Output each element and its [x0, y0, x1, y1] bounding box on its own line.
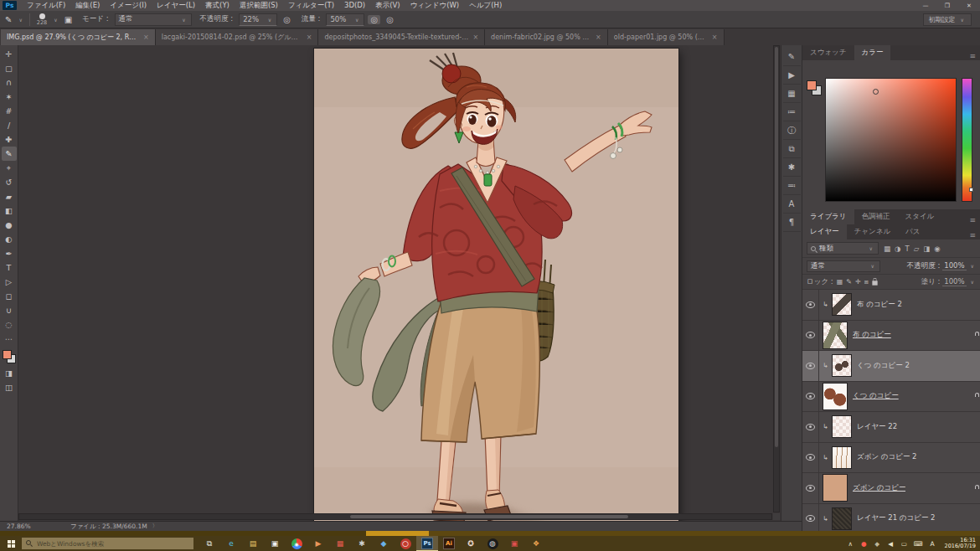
filter-adjustment-icon[interactable]: ◑: [895, 245, 900, 253]
foreground-color-swatch[interactable]: [807, 80, 817, 90]
status-options-arrow-icon[interactable]: 〉: [152, 523, 158, 530]
properties-panel-icon[interactable]: ≔: [783, 103, 801, 121]
flow-select[interactable]: 50% ∨: [326, 13, 364, 26]
power-app-icon[interactable]: ○: [395, 536, 416, 551]
lock-artboard-icon[interactable]: ⧈: [864, 278, 869, 286]
taskbar-search[interactable]: [22, 538, 193, 549]
layer-thumbnail[interactable]: [832, 415, 852, 438]
file-explorer-icon[interactable]: ▤: [242, 536, 264, 551]
artwork-image[interactable]: [314, 49, 678, 521]
filter-type-icon[interactable]: T: [905, 245, 909, 253]
document-canvas[interactable]: [18, 45, 781, 521]
menu-item[interactable]: ウィンドウ(W): [405, 1, 465, 11]
layer-visibility-toggle[interactable]: [802, 443, 819, 473]
tab-adjustments[interactable]: 色調補正: [854, 209, 898, 224]
red-accent-app-icon[interactable]: ▣: [503, 536, 525, 551]
brush-picker-caret-icon[interactable]: ∨: [54, 17, 57, 23]
layer-row[interactable]: ↳ くつ のコピー: [802, 382, 980, 413]
chrome-browser-icon[interactable]: ◉: [286, 536, 307, 551]
paint-app-icon[interactable]: ✪: [460, 536, 482, 551]
layer-thumbnail[interactable]: [832, 354, 852, 377]
tab-layers[interactable]: レイヤー: [802, 224, 847, 239]
panel-menu-icon[interactable]: ≡: [965, 52, 980, 60]
healing-brush-tool[interactable]: ✚: [2, 132, 17, 147]
search-app-icon[interactable]: ✱: [351, 536, 373, 551]
tab-channels[interactable]: チャンネル: [847, 224, 899, 239]
layer-opacity-value[interactable]: 100%: [942, 261, 966, 270]
restore-button[interactable]: ❐: [936, 3, 958, 9]
tray-gpu-icon[interactable]: ◆: [874, 538, 881, 548]
layer-name[interactable]: レイヤー 21 のコピー 2: [857, 513, 936, 523]
quick-mask-button[interactable]: ◨: [2, 366, 17, 380]
lock-all-icon[interactable]: [872, 281, 877, 285]
hue-slider-marker[interactable]: [969, 188, 973, 192]
paragraph-panel-icon[interactable]: ¶: [783, 214, 801, 232]
vertical-scrollbar[interactable]: [773, 45, 780, 512]
lock-paint-icon[interactable]: ✎: [846, 278, 852, 286]
panel-menu-icon[interactable]: ≡: [965, 216, 980, 224]
layer-visibility-toggle[interactable]: [802, 412, 819, 442]
tab-paths[interactable]: パス: [898, 224, 927, 239]
tab-close-icon[interactable]: ×: [307, 33, 312, 41]
lasso-tool[interactable]: ∩: [2, 75, 17, 90]
layer-visibility-toggle[interactable]: [802, 351, 819, 381]
clone-stamp-tool[interactable]: ⌖: [2, 161, 17, 175]
layer-name[interactable]: ズボン のコピー: [853, 483, 905, 493]
document-tab[interactable]: lacgaki-20150814-02.psd @ 25% (グループ 1 のコ…: [156, 29, 319, 45]
layer-thumbnail[interactable]: [823, 383, 848, 410]
tool-preset-caret-icon[interactable]: ∨: [18, 17, 22, 23]
horizontal-scrollbar-thumb[interactable]: [350, 515, 628, 518]
color-panel-swatches[interactable]: [807, 80, 822, 95]
menu-item[interactable]: フィルター(T): [283, 1, 339, 11]
minimize-button[interactable]: —: [915, 3, 936, 9]
tray-record-icon[interactable]: ●: [860, 538, 868, 548]
dark-app-icon[interactable]: ◍: [482, 536, 503, 551]
lock-position-icon[interactable]: ✛: [855, 278, 861, 286]
document-tab[interactable]: depositphotos_3349045-Textile-textured-a…: [318, 29, 485, 45]
task-view-button[interactable]: ⧉: [199, 536, 220, 551]
document-tab[interactable]: IMG.psd @ 27.9% (くつ のコピー 2, RGB/8) * ×: [1, 29, 156, 45]
brush-presets-panel-icon[interactable]: ✱: [783, 158, 801, 177]
layer-row[interactable]: ↳ くつ のコピー 2: [802, 351, 980, 382]
tab-styles[interactable]: スタイル: [898, 209, 942, 224]
brush-tool[interactable]: ✎: [2, 147, 17, 161]
tab-close-icon[interactable]: ×: [143, 33, 149, 41]
horizontal-scrollbar[interactable]: [18, 513, 772, 520]
zoom-level-field[interactable]: 27.86%: [7, 523, 37, 530]
actions-panel-icon[interactable]: ▶: [783, 66, 801, 85]
menu-item[interactable]: 3D(D): [339, 1, 370, 11]
tab-close-icon[interactable]: ×: [596, 33, 601, 41]
document-tab[interactable]: denim-fabric02.jpg @ 50% (RGB/... ×: [485, 29, 608, 45]
path-select-tool[interactable]: ▷: [2, 275, 17, 289]
blue-app-icon[interactable]: ◆: [373, 536, 395, 551]
layer-name[interactable]: くつ のコピー 2: [857, 361, 910, 371]
menu-item[interactable]: レイヤー(L): [152, 1, 200, 11]
document-tab[interactable]: old-paper01.jpg @ 50% (RGB/... ×: [608, 29, 725, 45]
foreground-color-swatch[interactable]: [3, 350, 12, 359]
layer-visibility-toggle[interactable]: [802, 504, 819, 534]
active-tool-icon[interactable]: ✎: [3, 15, 13, 24]
layer-visibility-toggle[interactable]: [802, 473, 819, 503]
hand-tool[interactable]: ∪: [2, 303, 17, 317]
search-input[interactable]: [22, 538, 193, 549]
workspace-switcher[interactable]: 初期設定 ∨: [923, 13, 972, 26]
layer-row[interactable]: ↳ レイヤー 21 のコピー 2: [802, 504, 980, 535]
layer-visibility-toggle[interactable]: [802, 290, 819, 320]
tab-color[interactable]: カラー: [854, 45, 891, 60]
menu-item[interactable]: イメージ(I): [105, 1, 152, 11]
windows-store-icon[interactable]: ▣: [264, 536, 286, 551]
color-swatches[interactable]: [3, 350, 16, 363]
layer-name[interactable]: 布 のコピー 2: [857, 300, 902, 310]
tool-presets-panel-icon[interactable]: ≕: [783, 177, 801, 195]
histogram-panel-icon[interactable]: ▦: [783, 85, 801, 103]
layer-thumbnail[interactable]: [832, 507, 852, 530]
layer-thumbnail[interactable]: [823, 474, 848, 502]
filter-pin-icon[interactable]: ◉: [934, 245, 940, 253]
brush-preset-picker[interactable]: 228: [37, 13, 47, 26]
layer-name[interactable]: 布 のコピー: [853, 330, 891, 340]
taskbar-clock[interactable]: 16:31 2016/07/19: [942, 538, 976, 550]
gradient-tool[interactable]: ◧: [2, 203, 17, 218]
layer-row[interactable]: ↳ 布 のコピー 2: [802, 290, 980, 321]
layer-row[interactable]: ↳ レイヤー 22: [802, 412, 980, 443]
pen-tool[interactable]: ✒: [2, 246, 17, 260]
